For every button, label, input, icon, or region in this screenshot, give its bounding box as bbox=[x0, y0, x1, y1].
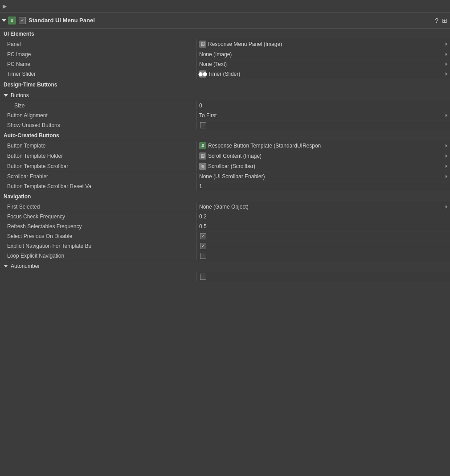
refresh-selectables-label: Refresh Selectables Frequency bbox=[0, 222, 196, 231]
show-unused-buttons-checkbox-cell bbox=[196, 121, 450, 130]
button-template-holder-img-icon: 🖼 bbox=[199, 152, 206, 160]
timer-slider-value[interactable]: ⬤⬤ Timer (Slider) bbox=[196, 69, 450, 79]
size-label: Size bbox=[0, 101, 196, 110]
layout-icon[interactable]: ⊞ bbox=[442, 17, 447, 24]
pc-name-row: PC Name None (Text) bbox=[0, 59, 450, 69]
focus-check-frequency-value-text: 0.2 bbox=[199, 213, 207, 220]
timer-slider-icon: ⬤⬤ bbox=[199, 70, 206, 78]
navigation-label: Navigation bbox=[4, 193, 31, 200]
button-template-holder-label: Button Template Holder bbox=[0, 152, 196, 160]
show-unused-buttons-label: Show Unused Buttons bbox=[0, 121, 196, 130]
scrollbar-reset-value[interactable]: 1 bbox=[196, 182, 450, 191]
refresh-selectables-value[interactable]: 0.5 bbox=[196, 222, 450, 231]
loop-explicit-navigation-label: Loop Explicit Navigation bbox=[0, 251, 196, 260]
pc-name-value-text: None (Text) bbox=[199, 61, 227, 67]
header-icons: ? ⊞ bbox=[435, 17, 447, 24]
autonumber-section-label: Autonumber bbox=[11, 263, 40, 269]
scrollbar-enabler-value-text: None (UI Scrollbar Enabler) bbox=[199, 173, 265, 180]
panel-img-icon: 🖼 bbox=[199, 41, 206, 48]
hash-icon: # bbox=[8, 16, 16, 25]
refresh-selectables-row: Refresh Selectables Frequency 0.5 bbox=[0, 222, 450, 231]
pc-name-label: PC Name bbox=[0, 60, 196, 69]
scrollbar-reset-row: Button Template Scrollbar Reset Va 1 bbox=[0, 181, 450, 191]
button-template-scrollbar-value[interactable]: 🔘 Scrollbar (Scrollbar) bbox=[196, 161, 450, 171]
button-template-row: Button Template # Response Button Templa… bbox=[0, 141, 450, 151]
panel-label: Panel bbox=[0, 40, 196, 49]
size-value[interactable]: 0 bbox=[196, 101, 450, 110]
enable-checkbox[interactable] bbox=[19, 17, 26, 24]
panel-value[interactable]: 🖼 Response Menu Panel (Image) bbox=[196, 39, 450, 49]
autonumber-section-row[interactable]: Autonumber bbox=[0, 261, 450, 271]
loop-explicit-navigation-checkbox[interactable] bbox=[200, 253, 206, 259]
button-alignment-value-text: To First bbox=[199, 112, 217, 119]
navigation-section: Navigation bbox=[0, 191, 450, 202]
timer-slider-value-text: Timer (Slider) bbox=[208, 71, 240, 77]
focus-check-frequency-value[interactable]: 0.2 bbox=[196, 212, 450, 221]
button-alignment-label: Button Alignment bbox=[0, 111, 196, 120]
autonumber-child-row bbox=[0, 271, 450, 282]
focus-check-frequency-row: Focus Check Frequency 0.2 bbox=[0, 212, 450, 222]
button-alignment-value[interactable]: To First bbox=[196, 111, 450, 120]
button-template-value-text: Response Button Template (StandardUIResp… bbox=[208, 143, 321, 149]
explicit-navigation-checkbox-cell bbox=[196, 242, 450, 250]
scrollbar-reset-value-text: 1 bbox=[199, 183, 202, 189]
refresh-selectables-value-text: 0.5 bbox=[199, 223, 207, 230]
scrollbar-enabler-row: Scrollbar Enabler None (UI Scrollbar Ena… bbox=[0, 172, 450, 181]
button-template-holder-value[interactable]: 🖼 Scroll Content (Image) bbox=[196, 151, 450, 161]
show-unused-buttons-checkbox[interactable] bbox=[200, 122, 206, 128]
panel-value-text: Response Menu Panel (Image) bbox=[208, 41, 282, 47]
pc-image-value-text: None (Image) bbox=[199, 51, 232, 57]
collapse-arrow-icon[interactable] bbox=[2, 19, 6, 22]
scrollbar-enabler-label: Scrollbar Enabler bbox=[0, 172, 196, 181]
explicit-navigation-label: Explicit Navigation For Template Bu bbox=[0, 242, 196, 250]
button-template-holder-row: Button Template Holder 🖼 Scroll Content … bbox=[0, 151, 450, 161]
first-selected-value[interactable]: None (Game Object) bbox=[196, 202, 450, 211]
select-previous-on-disable-row: Select Previous On Disable bbox=[0, 231, 450, 241]
auto-created-label: Auto-Created Buttons bbox=[4, 132, 59, 139]
panel-row: Panel 🖼 Response Menu Panel (Image) bbox=[0, 39, 450, 49]
pc-name-value[interactable]: None (Text) bbox=[196, 60, 450, 69]
first-selected-row: First Selected None (Game Object) bbox=[0, 202, 450, 212]
pc-image-row: PC Image None (Image) bbox=[0, 49, 450, 59]
first-selected-value-text: None (Game Object) bbox=[199, 204, 249, 210]
button-template-scrollbar-row: Button Template Scrollbar 🔘 Scrollbar (S… bbox=[0, 161, 450, 172]
explicit-navigation-row: Explicit Navigation For Template Bu bbox=[0, 241, 450, 251]
pc-image-value[interactable]: None (Image) bbox=[196, 50, 450, 59]
autonumber-child-label bbox=[0, 275, 196, 278]
ui-elements-section: UI Elements bbox=[0, 29, 450, 39]
size-row: Size 0 bbox=[0, 101, 450, 111]
scrollbar-reset-label: Button Template Scrollbar Reset Va bbox=[0, 182, 196, 191]
timer-slider-label: Timer Slider bbox=[0, 70, 196, 78]
focus-check-frequency-label: Focus Check Frequency bbox=[0, 212, 196, 221]
auto-created-section: Auto-Created Buttons bbox=[0, 130, 450, 141]
buttons-section-row[interactable]: Buttons bbox=[0, 90, 450, 101]
button-template-hash-icon: # bbox=[199, 142, 206, 149]
help-icon[interactable]: ? bbox=[435, 17, 438, 24]
button-template-scrollbar-value-text: Scrollbar (Scrollbar) bbox=[208, 163, 255, 169]
button-template-scrollbar-label: Button Template Scrollbar bbox=[0, 162, 196, 171]
design-time-section: Design-Time Buttons bbox=[0, 79, 450, 90]
first-selected-label: First Selected bbox=[0, 202, 196, 211]
select-previous-on-disable-checkbox[interactable] bbox=[200, 233, 206, 239]
loop-explicit-navigation-checkbox-cell bbox=[196, 251, 450, 260]
scrollbar-enabler-value[interactable]: None (UI Scrollbar Enabler) bbox=[196, 172, 450, 181]
loop-explicit-navigation-row: Loop Explicit Navigation bbox=[0, 251, 450, 261]
button-template-scrollbar-icon: 🔘 bbox=[199, 163, 206, 170]
button-template-holder-value-text: Scroll Content (Image) bbox=[208, 153, 262, 159]
buttons-collapse-icon bbox=[4, 94, 8, 97]
inspector-content: UI Elements Panel 🖼 Response Menu Panel … bbox=[0, 29, 450, 282]
autonumber-collapse-icon bbox=[4, 265, 8, 267]
autonumber-child-checkbox-cell bbox=[196, 272, 450, 281]
button-template-value[interactable]: # Response Button Template (StandardUIRe… bbox=[196, 141, 450, 151]
ui-elements-label: UI Elements bbox=[4, 31, 34, 37]
autonumber-child-checkbox[interactable] bbox=[200, 274, 206, 280]
button-template-label: Button Template bbox=[0, 141, 196, 150]
design-time-label: Design-Time Buttons bbox=[4, 82, 57, 88]
buttons-section-label: Buttons bbox=[11, 92, 29, 98]
top-bar: ▶ bbox=[0, 0, 450, 12]
explicit-navigation-checkbox[interactable] bbox=[200, 243, 206, 249]
show-unused-buttons-row: Show Unused Buttons bbox=[0, 120, 450, 130]
component-header: # Standard UI Menu Panel ? ⊞ bbox=[0, 12, 450, 29]
button-alignment-row: Button Alignment To First bbox=[0, 111, 450, 120]
timer-slider-row: Timer Slider ⬤⬤ Timer (Slider) bbox=[0, 69, 450, 79]
